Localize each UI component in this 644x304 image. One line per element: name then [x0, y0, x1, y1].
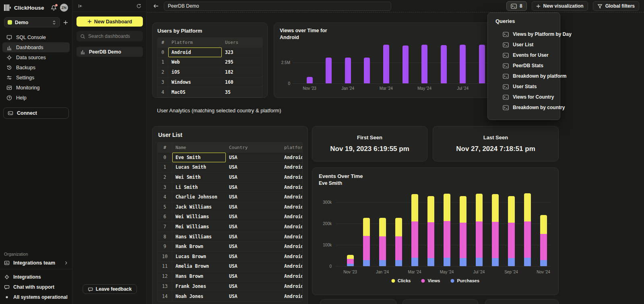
table-cell[interactable]: USA — [226, 172, 281, 182]
sidebar-item-sql-console[interactable]: SQL Console — [2, 32, 70, 42]
table-cell[interactable]: Android — [281, 182, 302, 192]
table-cell[interactable]: Eve Smith — [172, 153, 226, 162]
table-cell[interactable]: Android — [281, 172, 302, 182]
organization-team-selector[interactable]: Integrations team — [4, 260, 68, 266]
stacked-bar-Mar '24[interactable] — [411, 194, 418, 266]
table-cell[interactable]: Amelia Brown — [172, 262, 226, 271]
query-menu-item[interactable]: Breakdown by platform — [488, 71, 560, 81]
table-cell[interactable]: Android — [281, 192, 302, 202]
new-visualization-button[interactable]: New visualization — [532, 1, 588, 11]
table-cell[interactable]: Android — [281, 212, 302, 222]
table-cell[interactable]: 160 — [222, 77, 262, 87]
table-cell[interactable]: Hans Brown — [172, 271, 226, 281]
add-service-button[interactable] — [63, 20, 68, 25]
sidebar-item-dashboards[interactable]: Dashboards — [2, 42, 70, 52]
connect-button[interactable]: Connect — [3, 108, 69, 119]
query-menu-item[interactable]: User Stats — [488, 81, 560, 92]
table-cell[interactable]: iOS — [168, 67, 222, 77]
table-cell[interactable]: 182 — [222, 67, 262, 77]
table-cell[interactable]: Windows — [168, 77, 222, 87]
table-cell[interactable]: Android — [281, 153, 302, 162]
table-cell[interactable]: Android — [281, 291, 302, 301]
query-menu-item[interactable]: Views for Country — [488, 92, 560, 102]
table-cell[interactable]: Android — [281, 281, 302, 291]
legend-item-purchases[interactable]: Purchases — [450, 278, 479, 283]
query-menu-item[interactable]: Events for User — [488, 50, 560, 60]
table-cell[interactable]: Charlie Johnson — [172, 192, 226, 202]
table-cell[interactable]: 295 — [222, 58, 262, 67]
table-cell[interactable]: USA — [226, 163, 281, 172]
stacked-bar-Aug '24[interactable] — [492, 194, 499, 266]
table-cell[interactable]: Noah Jones — [172, 291, 226, 301]
sidebar-item-backups[interactable]: Backups — [2, 62, 70, 72]
table-cell[interactable]: Wei Williams — [172, 212, 226, 222]
sidebar-item-monitoring[interactable]: Monitoring — [2, 83, 70, 93]
table-cell[interactable]: USA — [226, 232, 281, 242]
table-cell[interactable]: USA — [226, 242, 281, 251]
table-cell[interactable]: Android — [281, 271, 302, 281]
table-cell[interactable]: MacOS — [168, 87, 222, 97]
stacked-bar-Oct '24[interactable] — [524, 193, 531, 266]
table-cell[interactable]: Frank Jones — [172, 281, 226, 291]
back-arrow-icon[interactable] — [153, 3, 159, 9]
table-cell[interactable]: Android — [281, 222, 302, 232]
stacked-bar-Dec '23[interactable] — [363, 218, 370, 266]
table-cell[interactable]: Android — [281, 202, 302, 212]
legend-item-clicks[interactable]: Clicks — [391, 278, 411, 283]
table-cell[interactable]: Android — [281, 252, 302, 261]
table-cell[interactable]: Android — [281, 262, 302, 271]
global-filters-button[interactable]: Global filters — [593, 1, 639, 11]
search-input[interactable] — [88, 33, 151, 39]
bar-Feb '24[interactable] — [364, 58, 370, 83]
table-cell[interactable]: Wei Smith — [172, 172, 226, 182]
table-cell[interactable]: USA — [226, 291, 281, 301]
sidebar-item-help[interactable]: Help — [2, 93, 70, 103]
stacked-bar-Feb '24[interactable] — [395, 218, 402, 266]
bar-Apr '24[interactable] — [402, 45, 409, 83]
table-cell[interactable]: USA — [226, 222, 281, 232]
new-dashboard-button[interactable]: New Dashboard — [76, 17, 143, 27]
table-cell[interactable]: USA — [226, 182, 281, 192]
table-cell[interactable]: USA — [226, 271, 281, 281]
table-cell[interactable]: USA — [226, 281, 281, 291]
bar-Nov '23[interactable] — [307, 77, 313, 83]
table-cell[interactable]: Hans Williams — [172, 232, 226, 242]
table-cell[interactable]: Android — [281, 232, 302, 242]
table-cell[interactable]: Hank Brown — [172, 242, 226, 251]
query-menu-item[interactable]: User List — [488, 39, 560, 50]
legend-item-views[interactable]: Views — [421, 278, 440, 283]
bar-Dec '23[interactable] — [326, 58, 332, 83]
table-cell[interactable]: USA — [226, 202, 281, 212]
query-menu-item[interactable]: Breakdown by country — [488, 102, 560, 113]
chat-support-link[interactable]: Chat with support — [4, 284, 68, 290]
table-cell[interactable]: Android — [281, 242, 302, 251]
table-cell[interactable]: Android — [168, 48, 222, 57]
table-cell[interactable]: USA — [226, 192, 281, 202]
sidebar-item-data-sources[interactable]: Data sources — [2, 52, 70, 62]
avatar[interactable]: ZN — [60, 4, 68, 12]
service-selector[interactable]: Demo — [4, 17, 60, 27]
leave-feedback-button[interactable]: Leave feedback — [83, 284, 137, 294]
table-cell[interactable]: USA — [226, 252, 281, 261]
table-cell[interactable]: Web — [168, 58, 222, 67]
notifications-bell-icon[interactable] — [51, 5, 57, 11]
stacked-bar-Sep '24[interactable] — [508, 196, 515, 266]
table-cell[interactable]: 323 — [222, 48, 262, 57]
refresh-icon[interactable] — [136, 3, 142, 9]
stacked-bar-Jan '24[interactable] — [379, 218, 386, 266]
bar-Jun '24[interactable] — [441, 45, 447, 83]
bar-Aug '24[interactable] — [479, 45, 485, 83]
stacked-bar-Jun '24[interactable] — [460, 196, 466, 266]
table-cell[interactable]: USA — [226, 262, 281, 271]
table-cell[interactable]: USA — [226, 212, 281, 222]
table-cell[interactable]: Li Smith — [172, 182, 226, 192]
dashboard-list-item[interactable]: PeerDB Demo — [76, 47, 143, 57]
stacked-bar-Apr '24[interactable] — [427, 196, 434, 266]
table-cell[interactable]: Android — [281, 163, 302, 172]
stacked-bar-Nov '24[interactable] — [540, 215, 547, 266]
stacked-bar-May '24[interactable] — [444, 194, 450, 266]
table-cell[interactable]: USA — [226, 153, 281, 162]
table-cell[interactable]: 35 — [222, 87, 262, 97]
table-cell[interactable]: Lucas Brown — [172, 252, 226, 261]
collapse-panel-icon[interactable] — [78, 3, 83, 9]
